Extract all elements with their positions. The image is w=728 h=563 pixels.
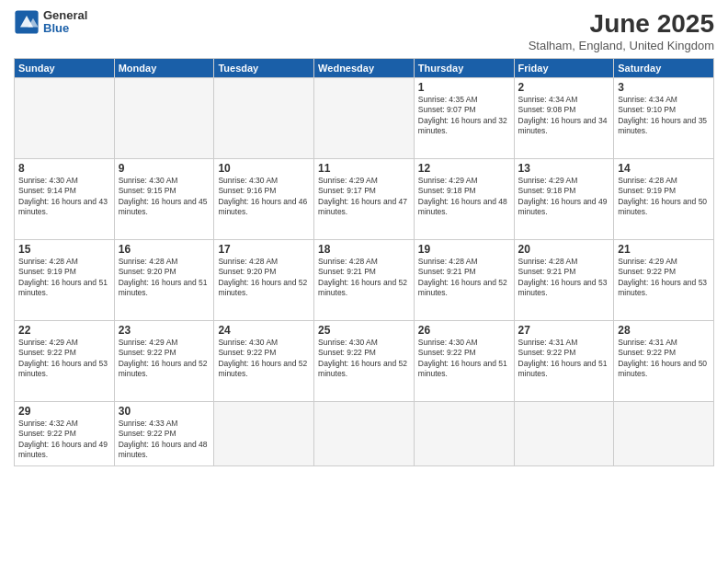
day-number: 19 — [418, 243, 510, 256]
logo-text: General Blue — [43, 9, 87, 36]
calendar-cell: 27 Sunrise: 4:31 AM Sunset: 9:22 PM Dayl… — [514, 321, 614, 402]
day-info: Sunrise: 4:29 AM Sunset: 9:17 PM Dayligh… — [318, 176, 410, 218]
calendar-header-row: Sunday Monday Tuesday Wednesday Thursday… — [15, 59, 714, 78]
calendar-cell — [214, 78, 314, 159]
calendar-cell — [614, 402, 714, 466]
day-info: Sunrise: 4:35 AM Sunset: 9:07 PM Dayligh… — [418, 95, 510, 137]
day-info: Sunrise: 4:29 AM Sunset: 9:22 PM Dayligh… — [119, 338, 210, 380]
day-number: 18 — [318, 243, 410, 256]
day-info: Sunrise: 4:30 AM Sunset: 9:16 PM Dayligh… — [218, 176, 310, 218]
day-number: 8 — [18, 162, 110, 175]
calendar-cell: 29 Sunrise: 4:32 AM Sunset: 9:22 PM Dayl… — [15, 402, 115, 466]
day-info: Sunrise: 4:31 AM Sunset: 9:22 PM Dayligh… — [618, 338, 710, 380]
location-text: Stalham, England, United Kingdom — [529, 39, 714, 52]
calendar-cell: 19 Sunrise: 4:28 AM Sunset: 9:21 PM Dayl… — [414, 240, 514, 321]
day-number: 26 — [418, 324, 510, 337]
calendar-cell: 24 Sunrise: 4:30 AM Sunset: 9:22 PM Dayl… — [214, 321, 314, 402]
day-number: 13 — [518, 162, 610, 175]
day-number: 16 — [119, 243, 210, 256]
day-info: Sunrise: 4:34 AM Sunset: 9:10 PM Dayligh… — [618, 95, 710, 137]
calendar-cell: 3 Sunrise: 4:34 AM Sunset: 9:10 PM Dayli… — [614, 78, 714, 159]
col-monday: Monday — [114, 59, 214, 78]
calendar-cell: 14 Sunrise: 4:28 AM Sunset: 9:19 PM Dayl… — [614, 159, 714, 240]
day-number: 27 — [518, 324, 610, 337]
page-header: General Blue June 2025 Stalham, England,… — [14, 9, 714, 52]
day-info: Sunrise: 4:32 AM Sunset: 9:22 PM Dayligh… — [18, 419, 110, 461]
day-number: 15 — [18, 243, 110, 256]
calendar-table: Sunday Monday Tuesday Wednesday Thursday… — [14, 58, 714, 466]
day-info: Sunrise: 4:28 AM Sunset: 9:19 PM Dayligh… — [618, 176, 710, 218]
day-number: 9 — [119, 162, 210, 175]
day-number: 28 — [618, 324, 710, 337]
day-info: Sunrise: 4:33 AM Sunset: 9:22 PM Dayligh… — [119, 419, 210, 461]
day-number: 10 — [218, 162, 310, 175]
day-number: 23 — [119, 324, 210, 337]
month-title: June 2025 — [529, 9, 714, 39]
calendar-cell: 11 Sunrise: 4:29 AM Sunset: 9:17 PM Dayl… — [314, 159, 415, 240]
day-info: Sunrise: 4:31 AM Sunset: 9:22 PM Dayligh… — [518, 338, 610, 380]
calendar-cell: 25 Sunrise: 4:30 AM Sunset: 9:22 PM Dayl… — [314, 321, 415, 402]
day-info: Sunrise: 4:34 AM Sunset: 9:08 PM Dayligh… — [518, 95, 610, 137]
calendar-cell: 8 Sunrise: 4:30 AM Sunset: 9:14 PM Dayli… — [15, 159, 115, 240]
day-number: 1 — [418, 81, 510, 94]
title-block: June 2025 Stalham, England, United Kingd… — [529, 9, 714, 52]
day-number: 25 — [318, 324, 410, 337]
col-sunday: Sunday — [15, 59, 115, 78]
day-info: Sunrise: 4:30 AM Sunset: 9:22 PM Dayligh… — [418, 338, 510, 380]
col-friday: Friday — [514, 59, 614, 78]
day-number: 17 — [218, 243, 310, 256]
calendar-cell: 13 Sunrise: 4:29 AM Sunset: 9:18 PM Dayl… — [514, 159, 614, 240]
day-info: Sunrise: 4:30 AM Sunset: 9:22 PM Dayligh… — [318, 338, 410, 380]
calendar-cell: 12 Sunrise: 4:29 AM Sunset: 9:18 PM Dayl… — [414, 159, 514, 240]
logo-blue-text: Blue — [43, 22, 87, 35]
calendar-cell: 16 Sunrise: 4:28 AM Sunset: 9:20 PM Dayl… — [114, 240, 214, 321]
day-number: 2 — [518, 81, 610, 94]
logo-general-text: General — [43, 9, 87, 22]
day-number: 30 — [119, 405, 210, 418]
col-wednesday: Wednesday — [314, 59, 415, 78]
calendar-cell: 1 Sunrise: 4:35 AM Sunset: 9:07 PM Dayli… — [414, 78, 514, 159]
col-saturday: Saturday — [614, 59, 714, 78]
calendar-page: General Blue June 2025 Stalham, England,… — [0, 0, 728, 563]
calendar-cell — [514, 402, 614, 466]
day-number: 14 — [618, 162, 710, 175]
calendar-cell — [114, 78, 214, 159]
calendar-cell: 28 Sunrise: 4:31 AM Sunset: 9:22 PM Dayl… — [614, 321, 714, 402]
day-info: Sunrise: 4:28 AM Sunset: 9:21 PM Dayligh… — [418, 257, 510, 299]
day-number: 3 — [618, 81, 710, 94]
calendar-cell — [414, 402, 514, 466]
calendar-cell: 20 Sunrise: 4:28 AM Sunset: 9:21 PM Dayl… — [514, 240, 614, 321]
calendar-cell: 26 Sunrise: 4:30 AM Sunset: 9:22 PM Dayl… — [414, 321, 514, 402]
day-number: 11 — [318, 162, 410, 175]
col-thursday: Thursday — [414, 59, 514, 78]
calendar-cell — [314, 402, 415, 466]
day-info: Sunrise: 4:29 AM Sunset: 9:18 PM Dayligh… — [418, 176, 510, 218]
day-info: Sunrise: 4:30 AM Sunset: 9:15 PM Dayligh… — [119, 176, 210, 218]
day-number: 22 — [18, 324, 110, 337]
day-info: Sunrise: 4:29 AM Sunset: 9:18 PM Dayligh… — [518, 176, 610, 218]
calendar-cell — [214, 402, 314, 466]
calendar-cell: 30 Sunrise: 4:33 AM Sunset: 9:22 PM Dayl… — [114, 402, 214, 466]
calendar-cell: 10 Sunrise: 4:30 AM Sunset: 9:16 PM Dayl… — [214, 159, 314, 240]
day-info: Sunrise: 4:28 AM Sunset: 9:21 PM Dayligh… — [518, 257, 610, 299]
calendar-cell — [15, 78, 115, 159]
calendar-cell: 22 Sunrise: 4:29 AM Sunset: 9:22 PM Dayl… — [15, 321, 115, 402]
day-number: 20 — [518, 243, 610, 256]
day-number: 29 — [18, 405, 110, 418]
logo: General Blue — [14, 9, 87, 36]
day-info: Sunrise: 4:30 AM Sunset: 9:22 PM Dayligh… — [218, 338, 310, 380]
calendar-cell: 23 Sunrise: 4:29 AM Sunset: 9:22 PM Dayl… — [114, 321, 214, 402]
col-tuesday: Tuesday — [214, 59, 314, 78]
day-info: Sunrise: 4:28 AM Sunset: 9:19 PM Dayligh… — [18, 257, 110, 299]
day-info: Sunrise: 4:29 AM Sunset: 9:22 PM Dayligh… — [18, 338, 110, 380]
day-info: Sunrise: 4:28 AM Sunset: 9:20 PM Dayligh… — [119, 257, 210, 299]
day-number: 24 — [218, 324, 310, 337]
calendar-cell: 21 Sunrise: 4:29 AM Sunset: 9:22 PM Dayl… — [614, 240, 714, 321]
calendar-cell: 9 Sunrise: 4:30 AM Sunset: 9:15 PM Dayli… — [114, 159, 214, 240]
day-info: Sunrise: 4:28 AM Sunset: 9:20 PM Dayligh… — [218, 257, 310, 299]
day-info: Sunrise: 4:30 AM Sunset: 9:14 PM Dayligh… — [18, 176, 110, 218]
calendar-cell: 2 Sunrise: 4:34 AM Sunset: 9:08 PM Dayli… — [514, 78, 614, 159]
day-number: 21 — [618, 243, 710, 256]
calendar-cell: 18 Sunrise: 4:28 AM Sunset: 9:21 PM Dayl… — [314, 240, 415, 321]
logo-icon — [14, 9, 40, 35]
